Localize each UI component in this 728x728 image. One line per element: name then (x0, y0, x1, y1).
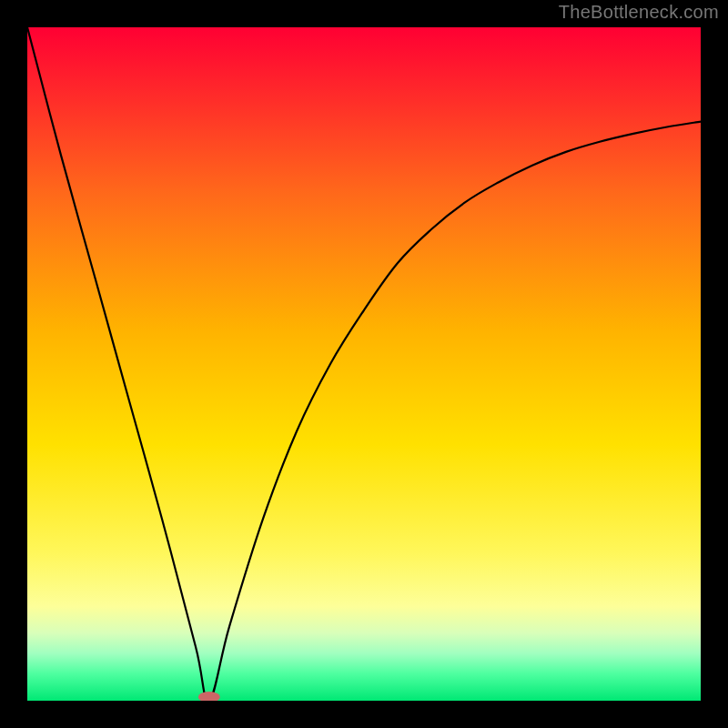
bottleneck-chart (27, 27, 701, 701)
chart-frame: TheBottleneck.com (0, 0, 728, 728)
gradient-background (27, 27, 701, 701)
watermark-text: TheBottleneck.com (559, 2, 719, 23)
